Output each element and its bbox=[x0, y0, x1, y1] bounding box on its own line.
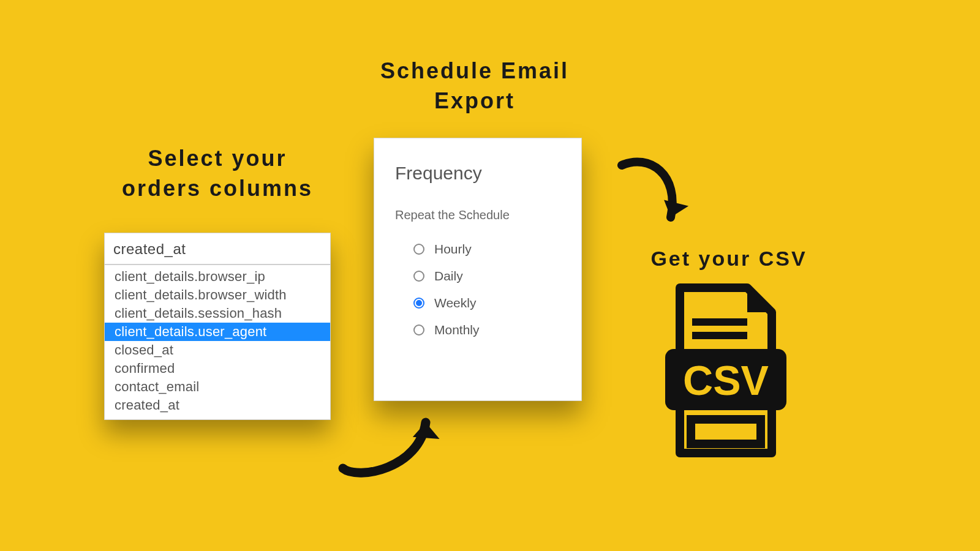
radio-icon bbox=[413, 271, 424, 282]
heading-schedule-export: Schedule Email Export bbox=[358, 56, 591, 116]
csv-badge-text: CSV bbox=[683, 357, 769, 403]
arrow-icon bbox=[612, 150, 698, 242]
csv-file-icon: CSV bbox=[662, 282, 790, 468]
radio-icon bbox=[413, 324, 424, 335]
frequency-option[interactable]: Hourly bbox=[395, 236, 560, 263]
radio-icon bbox=[413, 244, 424, 255]
frequency-panel: Frequency Repeat the Schedule HourlyDail… bbox=[374, 138, 582, 401]
frequency-option-label: Daily bbox=[434, 269, 463, 283]
columns-list: client_details.browser_ipclient_details.… bbox=[105, 265, 330, 419]
column-option[interactable]: client_details.session_hash bbox=[105, 304, 330, 323]
frequency-option-label: Monthly bbox=[434, 323, 480, 337]
frequency-option[interactable]: Monthly bbox=[395, 317, 560, 343]
frequency-option-label: Hourly bbox=[434, 242, 472, 257]
svg-rect-3 bbox=[692, 332, 747, 339]
heading-select-columns: Select your orders columns bbox=[107, 144, 328, 203]
column-option[interactable]: created_at bbox=[105, 396, 330, 414]
arrow-icon bbox=[334, 401, 456, 487]
frequency-options: HourlyDailyWeeklyMonthly bbox=[395, 236, 560, 343]
frequency-subtitle: Repeat the Schedule bbox=[395, 208, 560, 222]
svg-rect-5 bbox=[691, 419, 761, 444]
svg-rect-2 bbox=[692, 318, 747, 326]
frequency-option-label: Weekly bbox=[434, 296, 476, 310]
frequency-option[interactable]: Weekly bbox=[395, 290, 560, 317]
column-option[interactable]: closed_at bbox=[105, 341, 330, 359]
frequency-option[interactable]: Daily bbox=[395, 263, 560, 290]
column-option[interactable]: client_details.browser_width bbox=[105, 286, 330, 304]
columns-search-input[interactable]: created_at bbox=[105, 233, 330, 265]
column-option[interactable]: client_details.user_agent bbox=[105, 323, 330, 341]
heading-get-csv: Get your CSV bbox=[631, 245, 827, 273]
column-option[interactable]: client_details.browser_ip bbox=[105, 268, 330, 286]
column-option[interactable]: confirmed bbox=[105, 359, 330, 378]
frequency-title: Frequency bbox=[395, 163, 560, 184]
columns-selector-panel: created_at client_details.browser_ipclie… bbox=[104, 233, 331, 420]
column-option[interactable]: contact_email bbox=[105, 378, 330, 396]
radio-icon bbox=[413, 298, 424, 309]
